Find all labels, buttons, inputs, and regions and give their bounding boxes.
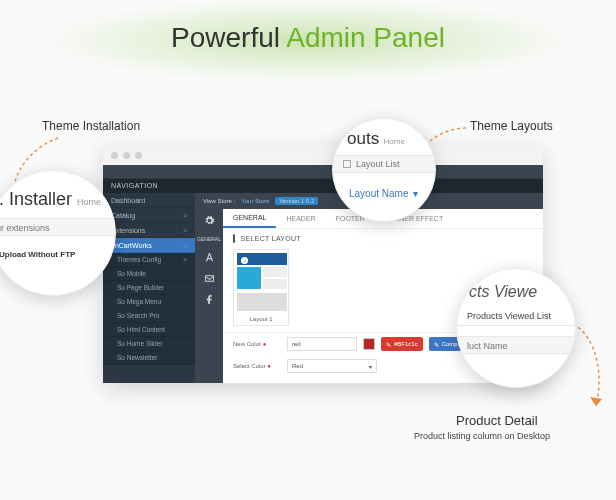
view-store-label: View Store :	[203, 198, 235, 204]
sidebar: DashboardCatalog>Extensions>enCartWorks>…	[103, 193, 195, 383]
annot-theme-layouts: Theme Layouts	[470, 119, 553, 133]
list-icon	[343, 160, 351, 168]
installer-row: our extensions	[0, 218, 116, 236]
sidebar-item[interactable]: Dashboard	[103, 193, 195, 208]
layout-list-row: Layout List	[333, 155, 436, 173]
zoom-installer: . Installer Home our extensions Upload W…	[0, 170, 116, 296]
sidebar-item[interactable]: So Mobile	[103, 267, 195, 281]
layout-thumb[interactable]: ✓ Layout 1	[233, 249, 289, 326]
layouts-heading: outs	[347, 129, 379, 148]
tab-general[interactable]: GENERAL	[223, 209, 276, 228]
facebook-icon[interactable]	[204, 294, 215, 305]
select-color-label: Select Color ●	[233, 363, 281, 369]
layout-name-link[interactable]: Layout Name ▾	[333, 183, 436, 201]
color-swatch[interactable]	[363, 338, 375, 350]
products-list-label: Products Viewed List	[457, 311, 576, 326]
tab-header[interactable]: HEADER	[276, 209, 325, 228]
layout-preview: ✓	[237, 253, 287, 313]
chevron-right-icon: >	[183, 227, 187, 234]
installer-heading: Installer	[9, 189, 72, 209]
iconcol-general-label: GENERAL	[197, 236, 221, 242]
zoom-products: cts Viewe Products Viewed List luct Name	[456, 268, 576, 388]
traffic-dot	[123, 152, 130, 159]
sidebar-item[interactable]: enCartWorks>	[103, 238, 195, 253]
sidebar-item[interactable]: So Html Content	[103, 323, 195, 337]
new-color-input[interactable]	[287, 337, 357, 351]
sidebar-item[interactable]: Extensions>	[103, 223, 195, 238]
zoom-layouts: outs Home Layout List Layout Name ▾	[332, 118, 436, 222]
envelope-icon[interactable]	[204, 273, 215, 284]
traffic-dot	[135, 152, 142, 159]
top-strip	[103, 165, 543, 179]
store-link[interactable]: Your Store	[241, 198, 269, 204]
sidebar-item[interactable]: So Page Builder	[103, 281, 195, 295]
gear-icon[interactable]	[204, 215, 215, 226]
hex-button[interactable]: ✎ #BF1c1c	[381, 337, 423, 351]
installer-note: Upload Without FTP	[0, 250, 116, 259]
annot-product-detail-sub: Product listing column on Desktop	[414, 431, 550, 441]
select-color-dropdown[interactable]: Red▾	[287, 359, 377, 373]
traffic-dot	[111, 152, 118, 159]
window-titlebar	[103, 145, 543, 165]
section-select-layout: ▍ SELECT LAYOUT	[223, 229, 543, 247]
chevron-right-icon: >	[183, 212, 187, 219]
annot-theme-installation: Theme Installation	[42, 119, 140, 133]
chevron-right-icon: >	[183, 256, 187, 263]
new-color-label: New Color ●	[233, 341, 281, 347]
page-title: Powerful Admin Panel	[0, 22, 616, 54]
version-badge: Version 1.0.2	[275, 197, 318, 205]
chevron-right-icon: >	[183, 242, 187, 249]
check-icon: ✓	[241, 257, 248, 264]
sidebar-item[interactable]: So Search Pro	[103, 309, 195, 323]
sidebar-item[interactable]: So Mega Menu	[103, 295, 195, 309]
title-part2: Admin Panel	[286, 22, 445, 53]
sidebar-item[interactable]: So Home Slider	[103, 337, 195, 351]
product-name-row: luct Name	[457, 336, 576, 354]
font-icon[interactable]	[204, 252, 215, 263]
title-part1: Powerful	[171, 22, 286, 53]
svg-marker-2	[590, 397, 602, 406]
annot-product-detail: Product Detail	[456, 413, 538, 428]
sidebar-item[interactable]: So Newsletter	[103, 351, 195, 365]
layout-caption: Layout 1	[237, 313, 285, 322]
nav-header: NAVIGATION	[103, 179, 543, 193]
products-heading: cts Viewe	[457, 283, 576, 301]
sidebar-item[interactable]: Catalog>	[103, 208, 195, 223]
sidebar-item[interactable]: Themes Config>	[103, 253, 195, 267]
icon-column: GENERAL	[195, 209, 223, 383]
